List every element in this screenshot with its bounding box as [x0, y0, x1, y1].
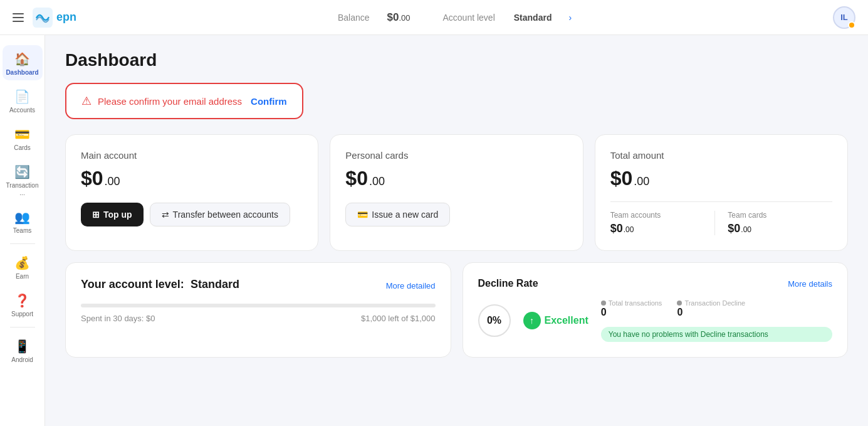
- account-level-title: Your account level: Standard: [81, 278, 239, 291]
- sidebar-item-label-dashboard: Dashboard: [6, 69, 38, 77]
- sidebar-divider: [10, 243, 35, 244]
- dashboard-icon: 🏠: [14, 51, 30, 67]
- transaction-decline-stat: Transaction Decline 0: [677, 299, 745, 318]
- decline-rate-card: Decline Rate More details 0% ↑ Excellent: [463, 262, 849, 358]
- personal-cards-amount: $0.00: [345, 167, 567, 190]
- sidebar-item-transactions[interactable]: 🔄 Transaction ...: [3, 158, 43, 201]
- topbar: epn Balance $0.00 Account level Standard…: [0, 0, 868, 35]
- no-problems-badge: You have no problems with Decline transa…: [601, 327, 832, 342]
- support-icon: ❓: [14, 293, 30, 308]
- sidebar-item-support[interactable]: ❓ Support: [3, 287, 43, 322]
- main-account-card: Main account $0.00 ⊞ Top up ⇄ Transfer b…: [65, 134, 318, 251]
- account-level-arrow[interactable]: ›: [568, 13, 572, 23]
- topbar-right: IL: [833, 6, 855, 29]
- cards-grid: Main account $0.00 ⊞ Top up ⇄ Transfer b…: [65, 134, 848, 251]
- excellent-badge: ↑ Excellent: [523, 312, 588, 329]
- account-level-header: Your account level: Standard More detail…: [81, 278, 436, 294]
- sidebar: 🏠 Dashboard 📄 Accounts 💳 Cards 🔄 Transac…: [0, 35, 45, 426]
- sidebar-item-label-transactions: Transaction ...: [6, 182, 39, 197]
- confirm-email-link[interactable]: Confirm: [251, 96, 287, 107]
- accounts-icon: 📄: [14, 89, 30, 104]
- main-account-actions: ⊞ Top up ⇄ Transfer between accounts: [81, 203, 303, 226]
- main-content: Dashboard ⚠ Please confirm your email ad…: [45, 35, 868, 426]
- logo-text: epn: [56, 11, 76, 24]
- more-details-link[interactable]: More details: [788, 279, 832, 289]
- total-amount-title: Total amount: [610, 150, 832, 161]
- layout: 🏠 Dashboard 📄 Accounts 💳 Cards 🔄 Transac…: [0, 35, 868, 426]
- logo[interactable]: epn: [33, 8, 76, 28]
- sidebar-item-accounts[interactable]: 📄 Accounts: [3, 83, 43, 118]
- sidebar-item-label-earn: Earn: [16, 273, 29, 280]
- total-amount-value: $0.00: [610, 167, 832, 190]
- decline-body: 0% ↑ Excellent Total transactions: [478, 299, 833, 342]
- excellent-text: Excellent: [545, 315, 588, 326]
- page-title: Dashboard: [65, 50, 848, 70]
- decline-stats-row: Total transactions 0 Transaction Decline…: [601, 299, 832, 318]
- progress-bar-wrap: [81, 304, 436, 307]
- sidebar-item-label-cards: Cards: [14, 144, 31, 152]
- issue-card-button[interactable]: 💳 Issue a new card: [345, 203, 450, 226]
- transfer-icon: ⇄: [162, 210, 169, 220]
- decline-percent: 0%: [478, 304, 511, 337]
- sidebar-item-earn[interactable]: 💰 Earn: [3, 249, 43, 284]
- team-accounts-label: Team accounts: [610, 211, 715, 220]
- topbar-left: epn: [13, 8, 76, 28]
- total-dot: [601, 301, 606, 306]
- email-confirmation-banner: ⚠ Please confirm your email address Conf…: [65, 83, 303, 119]
- decline-stats: Total transactions 0 Transaction Decline…: [601, 299, 832, 342]
- team-accounts-value: $0.00: [610, 222, 715, 235]
- balance-label: Balance: [338, 13, 370, 23]
- sidebar-item-label-android: Android: [11, 356, 33, 364]
- decline-dot: [677, 301, 682, 306]
- sidebar-item-label-support: Support: [11, 311, 33, 318]
- transfer-button[interactable]: ⇄ Transfer between accounts: [150, 203, 290, 226]
- cards-icon: 💳: [14, 127, 30, 142]
- team-cards-item: Team cards $0.00: [714, 211, 832, 235]
- personal-cards-title: Personal cards: [345, 150, 567, 161]
- teams-icon: 👥: [14, 210, 30, 225]
- sidebar-item-dashboard[interactable]: 🏠 Dashboard: [3, 45, 43, 80]
- sidebar-item-cards[interactable]: 💳 Cards: [3, 120, 43, 156]
- account-level-value: Standard: [514, 13, 552, 23]
- transactions-icon: 🔄: [14, 164, 30, 179]
- avatar-badge: [848, 21, 855, 29]
- account-level-label: Account level: [442, 13, 494, 23]
- main-account-title: Main account: [81, 150, 303, 161]
- topup-button[interactable]: ⊞ Top up: [81, 203, 144, 226]
- team-cards-label: Team cards: [728, 211, 832, 220]
- earn-icon: 💰: [14, 255, 30, 270]
- avatar[interactable]: IL: [833, 6, 855, 29]
- android-icon: 📱: [14, 339, 30, 354]
- transaction-decline-label: Transaction Decline: [677, 299, 745, 307]
- warning-icon: ⚠: [81, 94, 92, 108]
- main-account-amount: $0.00: [81, 167, 303, 190]
- total-transactions-label: Total transactions: [601, 299, 662, 307]
- sidebar-item-teams[interactable]: 👥 Teams: [3, 203, 43, 238]
- account-level-card: Your account level: Standard More detail…: [65, 262, 451, 358]
- spent-label: Spent in 30 days: $0: [81, 314, 155, 323]
- bottom-grid: Your account level: Standard More detail…: [65, 262, 848, 358]
- sidebar-item-label-teams: Teams: [13, 227, 31, 235]
- decline-rate-header: Decline Rate More details: [478, 278, 833, 289]
- personal-cards-actions: 💳 Issue a new card: [345, 203, 567, 226]
- total-transactions-stat: Total transactions 0: [601, 299, 662, 318]
- menu-icon[interactable]: [13, 13, 24, 22]
- sidebar-item-android[interactable]: 📱 Android: [3, 333, 43, 368]
- personal-cards-card: Personal cards $0.00 💳 Issue a new card: [330, 134, 583, 251]
- excellent-icon: ↑: [523, 312, 541, 329]
- decline-rate-title: Decline Rate: [478, 278, 538, 289]
- sidebar-item-label-accounts: Accounts: [9, 107, 35, 114]
- sub-amounts: Team accounts $0.00 Team cards $0.00: [610, 201, 832, 235]
- email-banner-text: Please confirm your email address: [98, 96, 242, 107]
- sidebar-divider-2: [10, 327, 35, 327]
- card-icon: 💳: [357, 210, 368, 220]
- spent-row: Spent in 30 days: $0 $1,000 left of $1,0…: [81, 314, 436, 323]
- team-accounts-item: Team accounts $0.00: [610, 211, 715, 235]
- team-cards-value: $0.00: [728, 222, 832, 235]
- more-detailed-link[interactable]: More detailed: [386, 281, 436, 290]
- total-transactions-value: 0: [601, 307, 662, 318]
- left-label: $1,000 left of $1,000: [361, 314, 436, 323]
- total-amount-card: Total amount $0.00 Team accounts $0.00 T…: [595, 134, 848, 251]
- topup-icon: ⊞: [92, 210, 100, 220]
- balance-value: $0.00: [387, 11, 410, 24]
